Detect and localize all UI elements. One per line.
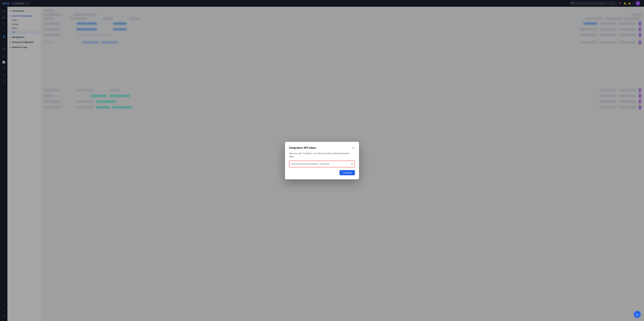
token-field-wrapper: ⧉ (289, 161, 355, 168)
modal-overlay[interactable]: Integration API token ✕ Once you click "… (0, 0, 644, 321)
modal-close-button[interactable]: ✕ (351, 146, 355, 150)
chat-fab-button[interactable]: ◎ (634, 311, 641, 318)
continue-button[interactable]: Continue (340, 170, 355, 175)
modal-title: Integration API token (289, 146, 316, 150)
integration-api-token-modal: Integration API token ✕ Once you click "… (285, 142, 359, 179)
token-placeholder (291, 163, 350, 165)
token-dots-short (319, 163, 330, 165)
copy-button[interactable]: ⧉ (351, 162, 353, 166)
modal-header: Integration API token ✕ (289, 146, 355, 150)
modal-description: Once you click "Continue", you will not … (289, 152, 355, 158)
modal-footer: Continue (289, 170, 355, 175)
chat-icon: ◎ (636, 313, 638, 316)
token-dots-long (291, 163, 318, 165)
